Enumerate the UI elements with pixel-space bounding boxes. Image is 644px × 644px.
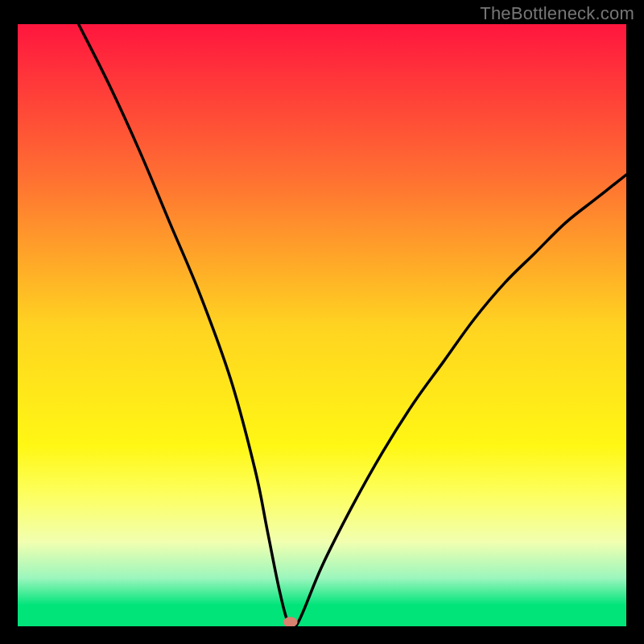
plot-area (18, 24, 626, 626)
attribution-label: TheBottleneck.com (480, 3, 634, 24)
chart-container: TheBottleneck.com (0, 0, 644, 644)
chart-svg (18, 24, 626, 626)
gradient-background (18, 24, 626, 626)
